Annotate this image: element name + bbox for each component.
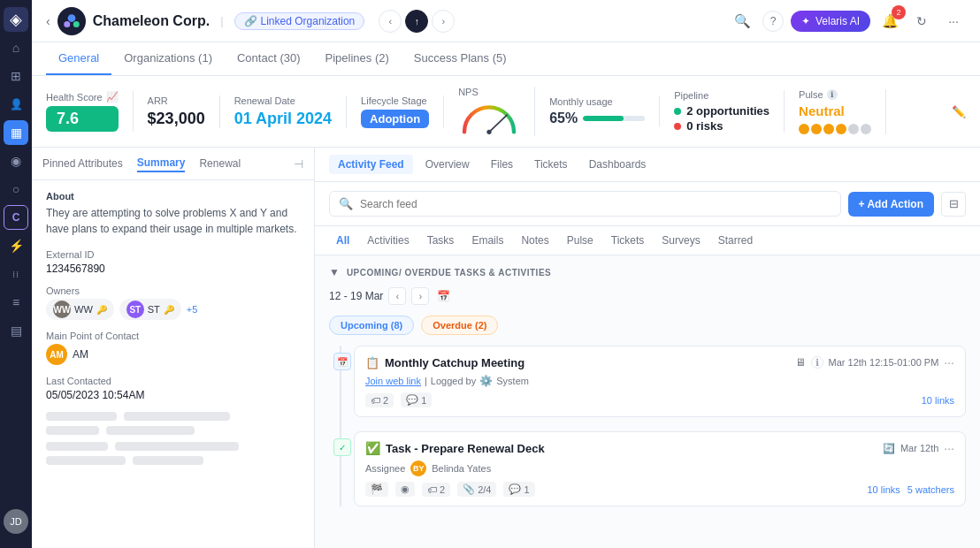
status-tab-upcoming[interactable]: Upcoming (8) [329,316,414,335]
date-next-button[interactable]: › [411,287,429,305]
task-time: Mar 12th [900,443,938,453]
tab-summary[interactable]: Summary [137,155,186,172]
date-nav: 12 - 19 Mar ‹ › 📅 [329,287,966,305]
tab-success-plans[interactable]: Success Plans (5) [402,42,519,75]
lifecycle-stage-value: Adoption [361,110,429,128]
lightning-icon[interactable]: ⚡ [4,233,28,258]
meeting-more-button[interactable]: ··· [944,355,954,369]
filter-button[interactable]: ⊟ [941,192,966,217]
notification-button[interactable]: 🔔 2 [877,9,902,34]
tag-c-icon[interactable]: C [4,205,28,230]
contact-row: AM AM [46,344,300,365]
logo-icon[interactable]: ◈ [4,7,28,32]
skeleton-6 [115,442,239,451]
dashboard-icon[interactable]: ▦ [4,120,28,145]
tab-general[interactable]: General [46,42,111,75]
back-button[interactable]: ‹ [46,14,50,28]
task-card: ✅ Task - Prepare Renewal Deck 🔄 Mar 12th… [354,431,966,506]
tab-overview[interactable]: Overview [417,155,479,174]
section-header: ▼ UPCOMING/ OVERDUE TASKS & ACTIVITIES [329,266,966,278]
task-refresh-icon: 🔄 [883,443,895,454]
users-icon[interactable]: ◉ [4,148,28,173]
tab-pinned-attributes[interactable]: Pinned Attributes [42,156,123,171]
user-avatar[interactable]: JD [4,509,28,534]
filter-tab-starred[interactable]: Starred [711,232,760,249]
link-icon: 🔗 [244,15,257,27]
external-id-label: External ID [46,249,300,260]
nav-right-button[interactable]: › [432,10,455,33]
panel-collapse-button[interactable]: ⊣ [294,157,303,171]
metrics-edit-button[interactable]: ✏️ [952,105,966,118]
pulse-stars [799,124,871,134]
tab-dashboards[interactable]: Dashboards [580,155,655,174]
dots-icon[interactable]: ⁞⁞ [4,262,28,286]
section-toggle-button[interactable]: ▼ [329,266,340,278]
status-tab-overdue[interactable]: Overdue (2) [421,316,498,335]
tab-pipelines[interactable]: Pipelines (2) [313,42,402,75]
filter-tab-notes[interactable]: Notes [514,232,555,249]
task-tag-icon: 🏷 [427,484,437,495]
tag-icon: 🏷 [371,395,380,406]
monthly-usage-metric: Monthly usage 65% [535,96,660,126]
velaris-ai-button[interactable]: ✦ Velaris AI [791,11,870,32]
task-links[interactable]: 10 links [868,484,900,495]
more-options-button[interactable]: ··· [941,9,966,34]
task-watchers[interactable]: 5 watchers [907,484,954,495]
section-title: UPCOMING/ OVERDUE TASKS & ACTIVITIES [347,268,551,278]
refresh-button[interactable]: ↻ [909,9,934,34]
health-score-chart-icon[interactable]: 📈 [106,91,119,103]
filter-tab-tickets[interactable]: Tickets [604,232,652,249]
svg-text:9.2: 9.2 [483,133,494,136]
task-more-button[interactable]: ··· [944,441,954,455]
svg-point-1 [67,14,75,22]
people-icon[interactable]: 👤 [4,92,28,117]
list-icon[interactable]: ≡ [4,290,28,315]
meeting-badges: 🏷 2 💬 1 10 links [365,392,954,407]
renewal-date-value: 01 April 2024 [234,110,332,128]
filter-tab-emails[interactable]: Emails [464,232,510,249]
sidebar: ◈ ⌂ ⊞ 👤 ▦ ◉ ○ C ⚡ ⁞⁞ ≡ ▤ JD [0,0,32,548]
filter-tab-pulse[interactable]: Pulse [560,232,601,249]
linked-org-badge[interactable]: 🔗 Linked Organization [234,12,365,30]
calendar-button[interactable]: 📅 [434,287,452,305]
nav-center-button[interactable]: ↑ [405,10,428,33]
assignee-label: Assignee [365,463,405,474]
grid2-icon[interactable]: ▤ [4,318,28,343]
more-owners-button[interactable]: +5 [187,304,198,315]
skeleton-row-3 [46,442,300,451]
meeting-links[interactable]: 10 links [922,395,954,406]
meeting-monitor-icon: 🖥 [795,356,806,369]
last-contacted-value: 05/05/2023 10:54AM [46,389,300,401]
filter-tab-activities[interactable]: Activities [360,232,416,249]
nav-left-button[interactable]: ‹ [379,10,402,33]
filter-tab-all[interactable]: All [329,232,356,249]
home-icon[interactable]: ⌂ [4,35,28,60]
owner-key-icon: 🔑 [96,305,107,315]
star-3 [823,124,834,134]
meeting-title: Monthly Catchup Meeting [385,356,790,369]
right-panel: Activity Feed Overview Files Tickets Das… [315,148,980,548]
search-feed-input[interactable] [360,198,831,210]
search-button[interactable]: 🔍 [731,9,755,34]
tab-contact[interactable]: Contact (30) [225,42,313,75]
circle-icon[interactable]: ○ [4,177,28,202]
grid-icon[interactable]: ⊞ [4,64,28,88]
tab-renewal[interactable]: Renewal [199,156,241,171]
tab-activity-feed[interactable]: Activity Feed [329,155,413,174]
opportunities-value: 2 opportunities [686,104,769,118]
left-panel: Pinned Attributes Summary Renewal ⊣ Abou… [32,148,315,548]
join-web-link[interactable]: Join web link [365,376,421,386]
add-action-button[interactable]: + Add Action [848,192,934,217]
help-button[interactable]: ? [762,11,784,32]
task-timeline-dot: ✓ [333,438,351,456]
skeleton-row-2 [46,426,300,435]
filter-tab-tasks[interactable]: Tasks [420,232,462,249]
tab-tickets[interactable]: Tickets [525,155,577,174]
tab-files[interactable]: Files [482,155,522,174]
last-contacted-field: Last Contacted 05/05/2023 10:54AM [46,376,300,401]
attach-count: 2/4 [478,484,491,495]
date-prev-button[interactable]: ‹ [388,287,406,305]
filter-tab-surveys[interactable]: Surveys [655,232,707,249]
tab-organizations[interactable]: Organizations (1) [111,42,225,75]
owner-chip-ww: WW WW 🔑 [46,299,114,320]
